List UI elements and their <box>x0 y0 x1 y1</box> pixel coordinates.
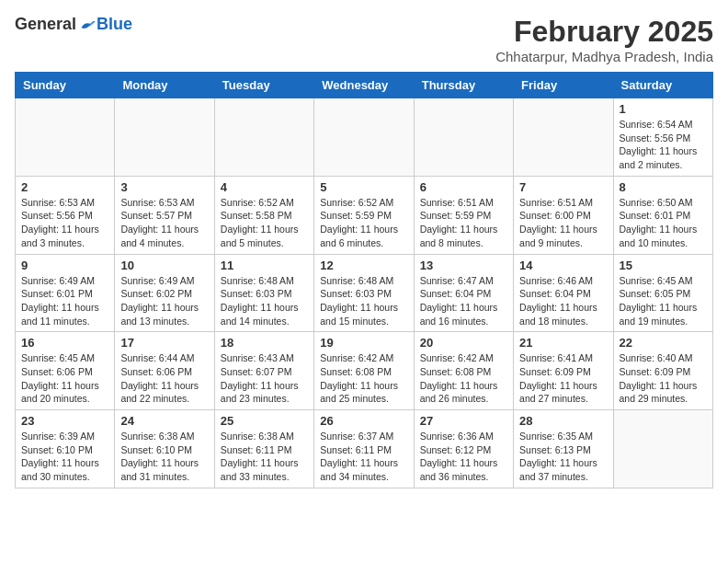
day-number: 13 <box>420 259 507 272</box>
day-info: Sunrise: 6:45 AM Sunset: 6:05 PM Dayligh… <box>620 274 707 328</box>
day-number: 11 <box>221 259 308 272</box>
day-number: 17 <box>120 336 208 350</box>
day-number: 23 <box>21 414 108 428</box>
calendar-cell: 8Sunrise: 6:50 AM Sunset: 6:01 PM Daylig… <box>613 176 712 254</box>
calendar-cell: 22Sunrise: 6:40 AM Sunset: 6:09 PM Dayli… <box>613 332 712 410</box>
day-number: 21 <box>519 336 607 350</box>
calendar-cell: 18Sunrise: 6:43 AM Sunset: 6:07 PM Dayli… <box>214 332 313 410</box>
day-info: Sunrise: 6:40 AM Sunset: 6:09 PM Dayligh… <box>620 351 707 406</box>
day-info: Sunrise: 6:35 AM Sunset: 6:13 PM Dayligh… <box>519 430 607 484</box>
day-number: 10 <box>120 259 208 272</box>
day-info: Sunrise: 6:52 AM Sunset: 5:59 PM Dayligh… <box>320 196 407 250</box>
calendar-cell: 16Sunrise: 6:45 AM Sunset: 6:06 PM Dayli… <box>16 332 115 410</box>
calendar-cell: 24Sunrise: 6:38 AM Sunset: 6:10 PM Dayli… <box>115 410 214 488</box>
calendar-cell <box>514 98 613 177</box>
day-number: 16 <box>21 336 108 350</box>
calendar-table: SundayMondayTuesdayWednesdayThursdayFrid… <box>15 72 713 488</box>
weekday-header-row: SundayMondayTuesdayWednesdayThursdayFrid… <box>16 73 713 98</box>
day-number: 7 <box>519 180 607 194</box>
calendar-cell: 23Sunrise: 6:39 AM Sunset: 6:10 PM Dayli… <box>16 410 115 488</box>
day-number: 8 <box>620 180 707 194</box>
day-info: Sunrise: 6:36 AM Sunset: 6:12 PM Dayligh… <box>420 430 507 484</box>
day-number: 12 <box>320 259 407 272</box>
day-info: Sunrise: 6:39 AM Sunset: 6:10 PM Dayligh… <box>21 430 108 484</box>
calendar-cell: 27Sunrise: 6:36 AM Sunset: 6:12 PM Dayli… <box>414 410 513 488</box>
weekday-header-thursday: Thursday <box>414 73 513 98</box>
day-info: Sunrise: 6:48 AM Sunset: 6:03 PM Dayligh… <box>221 274 308 328</box>
page-header: General Blue February 2025 Chhatarpur, M… <box>15 15 713 64</box>
calendar-cell: 17Sunrise: 6:44 AM Sunset: 6:06 PM Dayli… <box>115 332 214 410</box>
calendar-cell: 14Sunrise: 6:46 AM Sunset: 6:04 PM Dayli… <box>514 254 613 332</box>
calendar-week-row: 2Sunrise: 6:53 AM Sunset: 5:56 PM Daylig… <box>16 176 713 254</box>
day-info: Sunrise: 6:41 AM Sunset: 6:09 PM Dayligh… <box>519 351 607 406</box>
calendar-cell: 28Sunrise: 6:35 AM Sunset: 6:13 PM Dayli… <box>514 410 613 488</box>
day-number: 4 <box>221 180 308 194</box>
calendar-cell <box>613 410 712 488</box>
calendar-cell <box>314 98 414 177</box>
weekday-header-sunday: Sunday <box>16 73 115 98</box>
weekday-header-saturday: Saturday <box>613 73 712 98</box>
day-info: Sunrise: 6:52 AM Sunset: 5:58 PM Dayligh… <box>221 196 308 250</box>
calendar-cell: 26Sunrise: 6:37 AM Sunset: 6:11 PM Dayli… <box>314 410 414 488</box>
day-number: 15 <box>620 259 707 272</box>
calendar-cell: 1Sunrise: 6:54 AM Sunset: 5:56 PM Daylig… <box>613 98 712 177</box>
day-info: Sunrise: 6:49 AM Sunset: 6:01 PM Dayligh… <box>21 274 108 328</box>
title-block: February 2025 Chhatarpur, Madhya Pradesh… <box>495 15 713 64</box>
weekday-header-wednesday: Wednesday <box>314 73 414 98</box>
day-info: Sunrise: 6:43 AM Sunset: 6:07 PM Dayligh… <box>221 351 308 406</box>
calendar-cell: 20Sunrise: 6:42 AM Sunset: 6:08 PM Dayli… <box>414 332 513 410</box>
day-info: Sunrise: 6:51 AM Sunset: 5:59 PM Dayligh… <box>420 196 507 250</box>
calendar-cell: 25Sunrise: 6:38 AM Sunset: 6:11 PM Dayli… <box>214 410 313 488</box>
day-info: Sunrise: 6:53 AM Sunset: 5:56 PM Dayligh… <box>21 196 108 250</box>
logo-blue-text: Blue <box>97 15 132 34</box>
calendar-cell: 4Sunrise: 6:52 AM Sunset: 5:58 PM Daylig… <box>214 176 313 254</box>
weekday-header-tuesday: Tuesday <box>214 73 313 98</box>
day-number: 25 <box>221 414 308 428</box>
calendar-cell: 2Sunrise: 6:53 AM Sunset: 5:56 PM Daylig… <box>16 176 115 254</box>
calendar-cell: 11Sunrise: 6:48 AM Sunset: 6:03 PM Dayli… <box>214 254 313 332</box>
day-number: 27 <box>420 414 507 428</box>
day-number: 19 <box>320 336 407 350</box>
calendar-cell <box>16 98 115 177</box>
calendar-cell: 21Sunrise: 6:41 AM Sunset: 6:09 PM Dayli… <box>514 332 613 410</box>
calendar-week-row: 1Sunrise: 6:54 AM Sunset: 5:56 PM Daylig… <box>16 98 713 177</box>
day-number: 26 <box>320 414 407 428</box>
day-info: Sunrise: 6:45 AM Sunset: 6:06 PM Dayligh… <box>21 351 108 406</box>
logo-general-text: General <box>15 15 76 34</box>
calendar-cell <box>214 98 313 177</box>
day-info: Sunrise: 6:47 AM Sunset: 6:04 PM Dayligh… <box>420 274 507 328</box>
day-number: 28 <box>519 414 607 428</box>
day-number: 18 <box>221 336 308 350</box>
calendar-cell: 3Sunrise: 6:53 AM Sunset: 5:57 PM Daylig… <box>115 176 214 254</box>
day-number: 1 <box>620 102 707 116</box>
day-number: 14 <box>519 259 607 272</box>
calendar-cell: 10Sunrise: 6:49 AM Sunset: 6:02 PM Dayli… <box>115 254 214 332</box>
day-number: 24 <box>120 414 208 428</box>
calendar-cell: 9Sunrise: 6:49 AM Sunset: 6:01 PM Daylig… <box>16 254 115 332</box>
day-info: Sunrise: 6:42 AM Sunset: 6:08 PM Dayligh… <box>320 351 407 406</box>
calendar-cell: 12Sunrise: 6:48 AM Sunset: 6:03 PM Dayli… <box>314 254 414 332</box>
day-info: Sunrise: 6:46 AM Sunset: 6:04 PM Dayligh… <box>519 274 607 328</box>
calendar-cell: 19Sunrise: 6:42 AM Sunset: 6:08 PM Dayli… <box>314 332 414 410</box>
calendar-cell: 13Sunrise: 6:47 AM Sunset: 6:04 PM Dayli… <box>414 254 513 332</box>
calendar-week-row: 23Sunrise: 6:39 AM Sunset: 6:10 PM Dayli… <box>16 410 713 488</box>
location: Chhatarpur, Madhya Pradesh, India <box>495 49 713 64</box>
day-number: 20 <box>420 336 507 350</box>
day-number: 5 <box>320 180 407 194</box>
day-info: Sunrise: 6:49 AM Sunset: 6:02 PM Dayligh… <box>120 274 208 328</box>
day-info: Sunrise: 6:44 AM Sunset: 6:06 PM Dayligh… <box>120 351 208 406</box>
calendar-week-row: 16Sunrise: 6:45 AM Sunset: 6:06 PM Dayli… <box>16 332 713 410</box>
calendar-cell: 5Sunrise: 6:52 AM Sunset: 5:59 PM Daylig… <box>314 176 414 254</box>
day-number: 2 <box>21 180 108 194</box>
day-info: Sunrise: 6:37 AM Sunset: 6:11 PM Dayligh… <box>320 430 407 484</box>
day-number: 22 <box>620 336 707 350</box>
calendar-cell: 6Sunrise: 6:51 AM Sunset: 5:59 PM Daylig… <box>414 176 513 254</box>
day-info: Sunrise: 6:50 AM Sunset: 6:01 PM Dayligh… <box>620 196 707 250</box>
day-number: 6 <box>420 180 507 194</box>
logo: General Blue <box>15 15 132 34</box>
weekday-header-friday: Friday <box>514 73 613 98</box>
day-number: 3 <box>120 180 208 194</box>
day-info: Sunrise: 6:42 AM Sunset: 6:08 PM Dayligh… <box>420 351 507 406</box>
calendar-cell: 15Sunrise: 6:45 AM Sunset: 6:05 PM Dayli… <box>613 254 712 332</box>
weekday-header-monday: Monday <box>115 73 214 98</box>
